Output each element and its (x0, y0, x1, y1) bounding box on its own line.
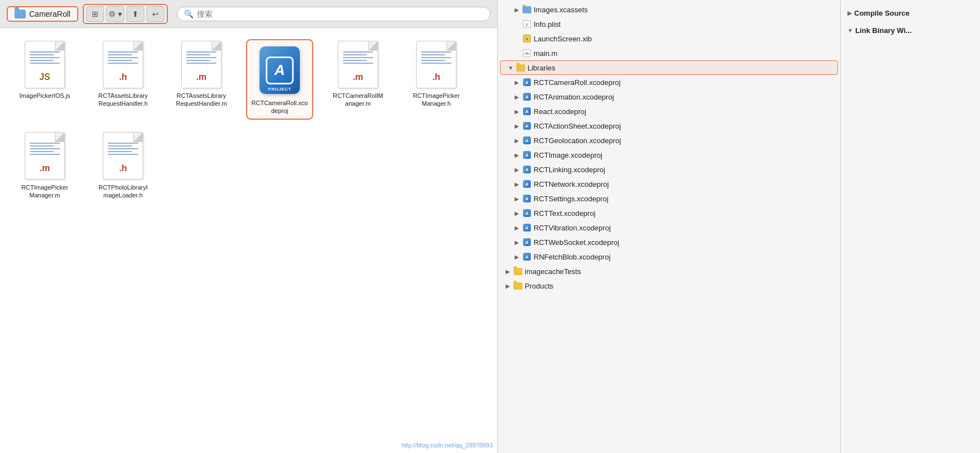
file-name: RCTAssetsLibrary RequestHandler.m (171, 92, 232, 108)
plist-icon: p (522, 20, 531, 29)
tree-arrow-icon (513, 108, 520, 115)
folder-icon (15, 10, 26, 18)
tree-item-label: Products (525, 282, 553, 290)
list-item[interactable]: .h RCTImagePicker Manager.h (403, 39, 470, 120)
file-extension: .h (119, 72, 127, 82)
tree-item-rctsettings-xcodeproj[interactable]: A RCTSettings.xcodeproj (498, 191, 840, 206)
finder-toolbar: CameraRoll ⊞ ⚙ ▾ ⬆ ↩ 🔍 (0, 0, 497, 28)
share-button[interactable]: ⬆ (126, 6, 144, 22)
tree-item-label: Images.xcassets (534, 6, 588, 14)
folder-icon (522, 5, 531, 14)
watermark-text: http://blog.csdn.net/qq_28978893 (402, 442, 493, 449)
tree-item-images-xcassets[interactable]: Images.xcassets (498, 2, 840, 17)
tree-item-rcttext-xcodeproj[interactable]: A RCTText.xcodeproj (498, 206, 840, 220)
list-item[interactable]: .m RCTImagePicker Manager.m (11, 131, 78, 200)
list-item[interactable]: .m RCTCameraRollM anager.m (324, 39, 392, 120)
search-bar[interactable]: 🔍 (177, 7, 491, 21)
tree-item-label: imagecacheTests (525, 267, 581, 276)
folder-icon (516, 63, 525, 72)
tree-item-rctlinking-xcodeproj[interactable]: A RCTLinking.xcodeproj (498, 162, 840, 177)
tree-item-label: RCTLinking.xcodeproj (534, 166, 605, 174)
xcodeproj-icon: A (522, 121, 531, 130)
tree-item-rctcameraroll-xcodeproj[interactable]: A RCTCameraRoll.xcodeproj (498, 75, 840, 89)
link-binary-label: Link Binary Wi... (855, 26, 912, 35)
tree-arrow-icon (513, 210, 520, 216)
tree-item-rctanimation-xcodeproj[interactable]: A RCTAnimation.xcodeproj (498, 89, 840, 104)
tree-item-rctnetwork-xcodeproj[interactable]: A RCTNetwork.xcodeproj (498, 177, 840, 191)
tree-item-rctwebsocket-xcodeproj[interactable]: A RCTWebSocket.xcodeproj (498, 235, 840, 249)
list-item[interactable]: .h RCTPhotoLibraryI mageLoader.h (89, 131, 157, 200)
tree-item-rctimage-xcodeproj[interactable]: A RCTImage.xcodeproj (498, 148, 840, 162)
file-name: RCTImagePicker Manager.h (406, 92, 467, 108)
xcodeproj-icon: A (522, 136, 531, 145)
xcodeproj-icon: A (522, 238, 531, 247)
link-binary-section: ▼ Link Binary Wi... (847, 24, 973, 37)
tree-item-label: RCTWebSocket.xcodeproj (534, 238, 619, 247)
tree-item-main-m[interactable]: m main.m (498, 46, 840, 60)
list-item[interactable]: .h RCTAssetsLibrary RequestHandler.h (89, 39, 157, 120)
tree-arrow-icon (505, 268, 511, 275)
xcode-file-tree: Images.xcassets p Info.plist x LaunchScr… (498, 0, 840, 453)
tree-item-label: Info.plist (534, 20, 560, 29)
tree-arrow-icon (513, 6, 520, 13)
tree-item-label: RCTImage.xcodeproj (534, 151, 602, 159)
tree-item-rnfetchblob-xcodeproj[interactable]: A RNFetchBlob.xcodeproj (498, 249, 840, 264)
tree-arrow-icon (513, 137, 520, 144)
compile-sources-section: ▶ Compile Source (847, 7, 973, 20)
tree-item-react-xcodeproj[interactable]: A React.xcodeproj (498, 104, 840, 119)
xcodeproj-icon: A (522, 209, 531, 218)
tree-item-label: RNFetchBlob.xcodeproj (534, 253, 610, 261)
xcodeproj-icon: A (522, 252, 531, 261)
build-phases-panel: ▶ Compile Source ▼ Link Binary Wi... (840, 0, 980, 453)
tree-item-products[interactable]: Products (498, 279, 840, 293)
tree-arrow-icon (513, 79, 520, 86)
tree-item-label: LaunchScreen.xib (534, 35, 592, 43)
tree-item-label: RCTNetwork.xcodeproj (534, 180, 609, 188)
tree-item-info-plist[interactable]: p Info.plist (498, 17, 840, 31)
file-name: RCTAssetsLibrary RequestHandler.h (92, 92, 154, 108)
link-binary-header[interactable]: ▼ Link Binary Wi... (847, 24, 973, 37)
folder-icon (513, 281, 522, 290)
xcodeproj-icon: A (522, 194, 531, 203)
list-item[interactable]: A PROJECT RCTCameraRoll.xcodeproj (246, 39, 313, 120)
list-item[interactable]: JS ImagePickerIOS.js (11, 39, 78, 120)
finder-panel: CameraRoll ⊞ ⚙ ▾ ⬆ ↩ 🔍 JS (0, 0, 498, 453)
tree-item-rctgeolocation-xcodeproj[interactable]: A RCTGeolocation.xcodeproj (498, 133, 840, 148)
tree-arrow-icon (505, 282, 511, 289)
tree-item-rctactionsheet-xcodeproj[interactable]: A RCTActionSheet.xcodeproj (498, 119, 840, 133)
tree-item-rctvibration-xcodeproj[interactable]: A RCTVibration.xcodeproj (498, 220, 840, 235)
file-extension: .h (432, 72, 440, 82)
tree-arrow-icon (507, 64, 514, 71)
tree-item-label: RCTGeolocation.xcodeproj (534, 136, 621, 145)
action-button[interactable]: ⚙ ▾ (106, 6, 124, 22)
file-extension: .m (353, 72, 364, 82)
search-input[interactable] (197, 10, 483, 18)
tree-item-label: React.xcodeproj (534, 107, 586, 116)
tree-item-imagecachetests[interactable]: imagecacheTests (498, 264, 840, 279)
tree-item-label: RCTVibration.xcodeproj (534, 224, 611, 232)
folder-icon (513, 267, 522, 276)
list-item[interactable]: .m RCTAssetsLibrary RequestHandler.m (168, 39, 235, 120)
toolbar-buttons: ⊞ ⚙ ▾ ⬆ ↩ (83, 4, 168, 24)
xcodeproj-icon: A (522, 223, 531, 232)
tree-item-label: main.m (534, 49, 558, 58)
file-name: RCTCameraRoll.xcodeproj (251, 99, 309, 115)
link-binary-arrow: ▼ (847, 27, 853, 34)
grid-view-button[interactable]: ⊞ (86, 6, 104, 22)
compile-sources-header[interactable]: ▶ Compile Source (847, 7, 973, 20)
tree-item-launchscreen-xib[interactable]: x LaunchScreen.xib (498, 31, 840, 46)
finder-content: JS ImagePickerIOS.js .h RCTAssetsLibrary… (0, 28, 497, 453)
compile-sources-label: Compile Source (854, 9, 910, 17)
m-file-icon: m (522, 49, 531, 58)
back-button[interactable]: ↩ (147, 6, 164, 22)
file-extension: .m (40, 163, 50, 173)
tree-item-label: Libraries (527, 64, 555, 72)
xcodeproj-label: PROJECT (268, 87, 291, 92)
folder-title: CameraRoll (29, 10, 70, 18)
tree-arrow-icon (513, 195, 520, 202)
search-icon: 🔍 (184, 10, 194, 18)
xcodeproj-icon: A (522, 150, 531, 159)
xcode-file-tree-panel: Images.xcassets p Info.plist x LaunchScr… (498, 0, 840, 453)
tree-item-libraries[interactable]: Libraries (500, 60, 838, 75)
file-name: RCTPhotoLibraryI mageLoader.h (92, 183, 154, 200)
